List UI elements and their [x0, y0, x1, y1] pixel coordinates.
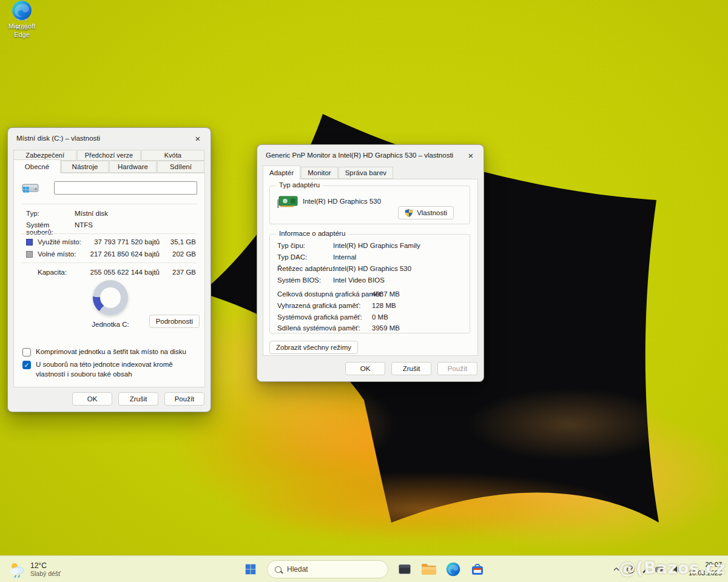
weather-widget[interactable]: 12°C Slabý déšť	[5, 556, 64, 582]
index-checkbox[interactable]: ✓	[22, 361, 31, 369]
store-icon	[470, 562, 485, 577]
adapter-cancel-button[interactable]: Zrušit	[391, 362, 431, 375]
capacity-bytes: 255 055 622 144 bajtů	[81, 269, 160, 276]
disk-dialog-title: Místní disk (C:) – vlastnosti	[16, 135, 100, 142]
edge-taskbar-button[interactable]	[445, 561, 461, 577]
info-row: Řetězec adaptéru: Intel(R) HD Graphics 5…	[277, 265, 466, 272]
index-option-row: ✓ U souborů na této jednotce indexovat k…	[22, 360, 198, 379]
used-space-size: 35,1 GB	[160, 238, 196, 246]
watermark: @(Bazos.cz	[619, 558, 726, 577]
adapter-info-group-title: Informace o adaptéru	[276, 230, 348, 237]
info-value: 0 MB	[372, 313, 388, 321]
compress-checkbox-label: Komprimovat jednotku a šetřit tak místo …	[36, 347, 186, 357]
separator	[21, 263, 197, 263]
adapter-type-group-title: Typ adaptéru	[276, 181, 323, 189]
info-label: Vyhrazená grafická paměť:	[277, 302, 372, 309]
drive-icon	[21, 181, 39, 195]
weather-condition: Slabý déšť	[30, 570, 61, 578]
start-button[interactable]	[243, 561, 258, 577]
disk-apply-button[interactable]: Použít	[164, 392, 204, 406]
adapter-dialog-title: Generic PnP Monitor a Intel(R) HD Graphi…	[266, 152, 453, 159]
compress-checkbox[interactable]	[22, 348, 31, 356]
adapter-properties-dialog: Generic PnP Monitor a Intel(R) HD Graphi…	[257, 144, 484, 382]
disk-dialog-titlebar[interactable]: Místní disk (C:) – vlastnosti ×	[8, 128, 211, 149]
used-space-label: Využité místo:	[38, 238, 81, 246]
store-taskbar-button[interactable]	[470, 561, 485, 577]
volume-label-input[interactable]	[54, 181, 197, 195]
free-space-label: Volné místo:	[38, 250, 81, 258]
info-value: Intel(R) HD Graphics Family	[333, 242, 420, 249]
type-value: Místní disk	[75, 210, 108, 217]
disk-dialog-close-button[interactable]: ×	[189, 131, 207, 146]
adapter-info-group: Informace o adaptéru Typ čipu: Intel(R) …	[269, 234, 470, 333]
adapter-dialog-close-button[interactable]: ×	[462, 148, 480, 162]
tab-obecne[interactable]: Obecné	[13, 159, 61, 173]
disk-dialog-front-tab-row: Obecné Nástroje Hardware Sdílení	[13, 161, 205, 173]
adapter-ok-button[interactable]: OK	[345, 362, 385, 375]
search-input[interactable]: Hledat	[267, 560, 388, 578]
edge-icon	[446, 562, 460, 577]
separator	[21, 233, 197, 234]
weather-temperature: 12°C	[30, 561, 61, 570]
drive-caption: Jednotka C:	[62, 321, 159, 328]
type-label: Typ:	[26, 210, 75, 217]
list-all-modes-button[interactable]: Zobrazit všechny režimy	[269, 341, 358, 354]
info-label: Systémová grafická paměť:	[277, 313, 372, 321]
info-value: Intel Video BIOS	[333, 276, 385, 284]
close-icon: ×	[195, 133, 201, 144]
tab-predchozi-verze[interactable]: Předchozí verze	[77, 150, 140, 161]
desktop-icon-label: Microsoft Edge	[0, 22, 44, 39]
file-explorer-button[interactable]	[421, 561, 437, 577]
compress-option-row: Komprimovat jednotku a šetřit tak místo …	[22, 347, 198, 357]
type-row: Typ: Místní disk	[26, 210, 196, 217]
adapter-properties-button[interactable]: Vlastnosti	[398, 206, 454, 219]
adapter-dialog-titlebar[interactable]: Generic PnP Monitor a Intel(R) HD Graphi…	[257, 145, 484, 166]
tab-monitor[interactable]: Monitor	[301, 167, 337, 179]
tab-nastroje[interactable]: Nástroje	[61, 161, 109, 173]
tab-adapter[interactable]: Adaptér	[263, 166, 300, 179]
tab-hardware[interactable]: Hardware	[109, 161, 157, 173]
edge-icon	[12, 0, 32, 21]
info-label: Systém BIOS:	[277, 276, 333, 284]
desktop-icon-edge[interactable]: Microsoft Edge	[0, 0, 44, 39]
info-value: 128 MB	[372, 302, 396, 309]
index-checkbox-label: U souborů na této jednotce indexovat kro…	[36, 360, 198, 379]
info-row: Systém BIOS: Intel Video BIOS	[277, 276, 466, 284]
adapter-apply-button[interactable]: Použít	[437, 362, 477, 375]
disk-general-tabpage: Typ: Místní disk Systém souborů: NTFS Vy…	[13, 173, 205, 387]
tab-sprava-barev[interactable]: Správa barev	[339, 167, 393, 179]
info-row: Typ čipu: Intel(R) HD Graphics Family	[277, 242, 466, 249]
adapter-tabpage: Typ adaptéru Intel(R) HD Graphics 530	[263, 179, 478, 356]
taskbar-center: Hledat	[243, 556, 485, 582]
info-label: Celková dostupná grafická paměť:	[277, 290, 372, 298]
search-placeholder: Hledat	[287, 565, 308, 574]
info-value: Intel(R) HD Graphics 530	[333, 265, 411, 272]
search-icon	[275, 566, 281, 573]
tab-kvota[interactable]: Kvóta	[141, 150, 204, 161]
info-row: Vyhrazená grafická paměť: 128 MB	[277, 302, 466, 309]
details-button[interactable]: Podrobnosti	[149, 315, 200, 328]
info-row: Sdílená systémová paměť: 3959 MB	[277, 324, 466, 332]
used-space-row: Využité místo: 37 793 771 520 bajtů 35,1…	[26, 238, 196, 246]
disk-ok-button[interactable]: OK	[72, 392, 112, 406]
file-explorer-icon	[421, 563, 437, 576]
separator	[21, 204, 197, 204]
capacity-label: Kapacita:	[38, 269, 81, 276]
taskbar-app-window[interactable]	[397, 561, 413, 577]
app-window-icon	[397, 562, 412, 577]
free-space-row: Volné místo: 217 261 850 624 bajtů 202 G…	[26, 250, 196, 258]
info-label: Sdílená systémová paměť:	[277, 324, 372, 332]
adapter-properties-button-label: Vlastnosti	[417, 209, 447, 216]
free-space-swatch	[26, 251, 33, 258]
tab-sdileni[interactable]: Sdílení	[157, 161, 204, 173]
disk-usage-donut	[93, 280, 128, 315]
info-value: 4087 MB	[372, 290, 400, 298]
gpu-card-icon	[276, 193, 299, 209]
adapter-type-group: Typ adaptéru Intel(R) HD Graphics 530	[269, 186, 470, 224]
capacity-size: 237 GB	[160, 269, 196, 276]
disk-cancel-button[interactable]: Zrušit	[118, 392, 158, 406]
capacity-row: Kapacita: 255 055 622 144 bajtů 237 GB	[26, 269, 196, 276]
info-row: Typ DAC: Internal	[277, 253, 466, 261]
windows-logo-icon	[244, 563, 257, 576]
info-row: Celková dostupná grafická paměť: 4087 MB	[277, 290, 466, 298]
